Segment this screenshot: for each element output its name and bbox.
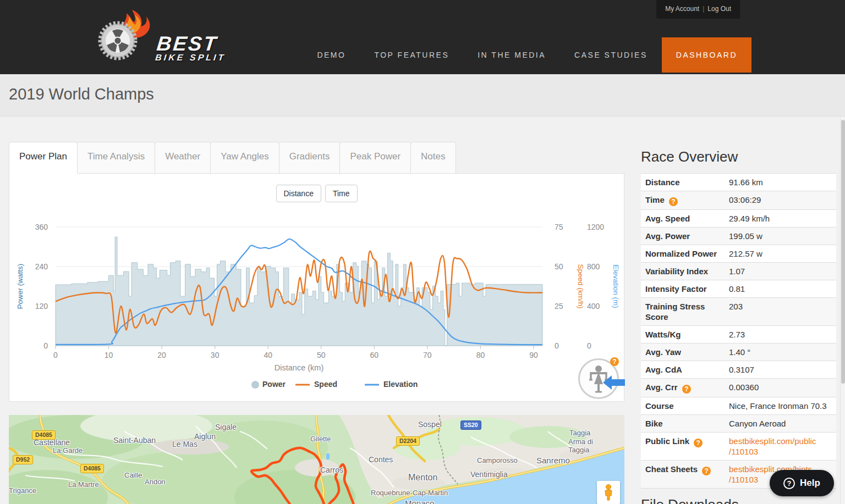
tab-bar: Power PlanTime AnalysisWeatherYaw Angles… (9, 142, 456, 174)
map-base-svg (9, 415, 624, 504)
tab-yaw-angles[interactable]: Yaw Angles (211, 142, 279, 174)
race-overview-panel: Race Overview Distance91.66 kmTime ?03:0… (641, 148, 836, 489)
svg-text:50: 50 (555, 262, 563, 271)
map-label-menton: Menton (408, 473, 437, 483)
main-nav: DEMOTOP FEATURESIN THE MEDIACASE STUDIES… (303, 37, 751, 73)
course-map[interactable]: SigaleAiglunSaint-AubanLe MasCastellaneL… (9, 415, 624, 504)
overview-label: Avg. Crr ? (641, 379, 725, 397)
overview-row-bike: BikeCanyon Aeroad (641, 415, 836, 433)
overview-row-normalized-power: Normalized Power212.57 w (641, 245, 836, 263)
svg-text:0: 0 (555, 341, 559, 350)
svg-text:75: 75 (555, 223, 563, 231)
power-chart-svg: 0102030405060708090Distance (km)01202403… (9, 174, 625, 401)
account-bar: My Account|Log Out (656, 0, 740, 19)
best-bike-split-logo[interactable]: BEST BIKE SPLIT (97, 7, 227, 68)
overview-row-avg-cda: Avg. CdA0.3107 (641, 361, 836, 379)
nav-item-in-the-media[interactable]: IN THE MEDIA (463, 37, 560, 73)
map-label-saint-auban: Saint-Auban (113, 436, 156, 445)
overview-label: Time ? (641, 191, 725, 209)
overview-label: Avg. CdA (641, 361, 725, 378)
overview-row-course: CourseNice, France Ironman 70.3 (641, 397, 836, 415)
map-label-ventimiglia: Ventimiglia (470, 470, 508, 479)
help-button-label: Help (800, 478, 820, 489)
gear-flame-logo-icon (97, 7, 153, 68)
overview-row-training-stress-score: Training Stress Score203 (641, 298, 836, 326)
overview-row-intensity-factor: Intensity Factor0.81 (641, 280, 836, 298)
logo-line1: BEST (156, 35, 228, 53)
svg-text:0: 0 (43, 341, 48, 350)
map-label-monaco: Monaco (405, 499, 434, 504)
road-badge-d4085: D4085 (80, 464, 104, 473)
help-icon[interactable]: ? (682, 385, 691, 394)
map-label-caille: Caille (124, 471, 142, 479)
tab-time-analysis[interactable]: Time Analysis (78, 142, 155, 174)
nav-item-demo[interactable]: DEMO (303, 37, 360, 73)
tab-weather[interactable]: Weather (155, 142, 211, 174)
svg-text:20: 20 (157, 351, 166, 359)
svg-text:Elevation: Elevation (383, 380, 418, 389)
overview-row-watts-kg: Watts/Kg2.73 (641, 326, 836, 344)
rider-help-icon[interactable]: ? (610, 357, 619, 366)
overview-value: 212.57 w (725, 245, 836, 262)
svg-text:1200: 1200 (587, 223, 604, 231)
overview-value: 29.49 km/h (725, 210, 836, 227)
help-question-icon: ? (783, 478, 795, 489)
tab-notes[interactable]: Notes (411, 142, 456, 174)
overview-value: 0.81 (725, 280, 836, 297)
overview-value: 203 (725, 298, 836, 325)
overview-label: Training Stress Score (641, 298, 725, 325)
svg-text:Elevation (m): Elevation (m) (612, 264, 620, 308)
map-label-arma-di-taggia: Arma di Taggia (568, 438, 602, 455)
help-button[interactable]: ? Help (770, 470, 834, 496)
overview-value: 0.3107 (725, 361, 836, 378)
nav-item-dashboard[interactable]: DASHBOARD (662, 37, 751, 73)
svg-text:70: 70 (423, 351, 432, 359)
my-account-link[interactable]: My Account (665, 5, 699, 13)
nav-item-top-features[interactable]: TOP FEATURES (360, 37, 463, 73)
overview-value: 91.66 km (725, 174, 836, 191)
svg-text:0: 0 (587, 341, 591, 350)
nav-item-case-studies[interactable]: CASE STUDIES (560, 37, 662, 73)
scrollbar-thumb[interactable] (841, 120, 845, 384)
map-label-contes: Contes (369, 455, 393, 464)
map-label-sanremo: Sanremo (536, 456, 570, 465)
svg-text:360: 360 (35, 223, 48, 231)
map-label-camporosso: Camporosso (477, 456, 518, 464)
position-arrow-icon (603, 374, 625, 391)
vertical-scrollbar[interactable] (840, 117, 845, 504)
svg-text:50: 50 (317, 351, 326, 359)
svg-text:Power (watts): Power (watts) (16, 264, 24, 309)
svg-text:60: 60 (370, 351, 379, 359)
header: My Account|Log Out BEST BIKE SPLIT DEMOT… (0, 0, 845, 74)
map-label-la-garde: La Garde (53, 446, 83, 455)
map-label-trigance: Trigance (9, 486, 36, 495)
help-icon[interactable]: ? (694, 439, 703, 447)
tab-peak-power[interactable]: Peak Power (340, 142, 411, 174)
tab-power-plan[interactable]: Power Plan (9, 142, 78, 174)
log-out-link[interactable]: Log Out (707, 5, 731, 13)
tab-gradients[interactable]: Gradients (279, 142, 341, 174)
overview-label: Cheat Sheets ? (641, 461, 725, 488)
svg-text:Distance (km): Distance (km) (275, 363, 323, 372)
overview-value: 1.07 (725, 263, 836, 280)
rider-position-widget[interactable]: ? (578, 357, 625, 401)
map-label-le-mas: Le Mas (172, 440, 197, 448)
map-label-gilette: Gilette (310, 435, 331, 443)
overview-label: Distance (641, 174, 725, 191)
overview-link-value[interactable]: bestbikesplit.com/public/110103 (725, 433, 836, 460)
file-downloads-heading: File Downloads (641, 496, 739, 504)
overview-label: Variability Index (641, 263, 725, 280)
race-overview-title: Race Overview (641, 148, 836, 165)
help-icon[interactable]: ? (669, 197, 678, 206)
street-view-pegman[interactable] (597, 481, 620, 504)
map-label-roquebrune-cap-martin: Roquebrune-Cap-Martin (371, 489, 448, 497)
overview-row-variability-index: Variability Index1.07 (641, 263, 836, 280)
svg-text:Power: Power (262, 380, 286, 389)
overview-value: Nice, France Ironman 70.3 (725, 397, 836, 414)
map-label-carros: Carros (320, 466, 343, 474)
help-icon[interactable]: ? (702, 467, 711, 475)
overview-value: 0.00360 (725, 379, 836, 397)
logo-text: BEST BIKE SPLIT (155, 35, 228, 63)
overview-value: 2.73 (725, 326, 836, 343)
svg-text:40: 40 (264, 351, 272, 359)
